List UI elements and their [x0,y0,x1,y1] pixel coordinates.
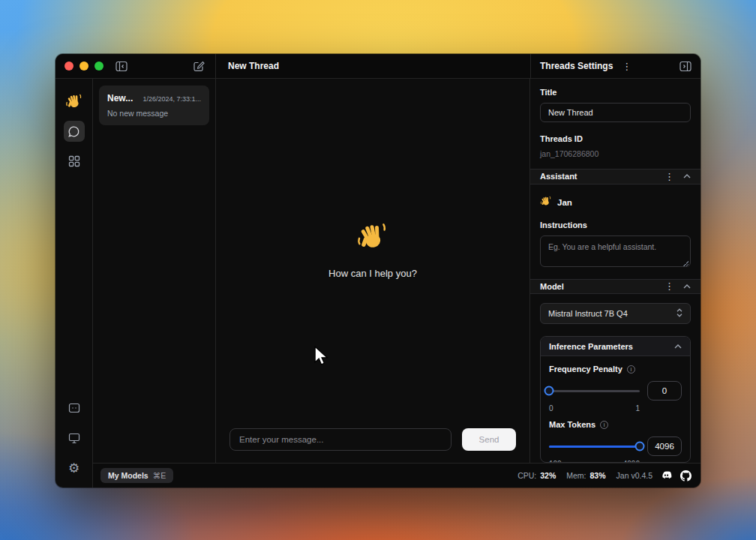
thread-item-timestamp: 1/26/2024, 7:33:1... [142,95,201,103]
titlebar-main: New Thread [215,54,530,78]
thread-settings-panel: Title Threads ID jan_1706286800 Assistan… [530,79,700,463]
message-input[interactable] [230,428,452,451]
model-selected-value: Mistral Instruct 7B Q4 [548,309,628,318]
slider-min-label: 100 [549,460,562,463]
collapse-left-panel-icon[interactable] [116,61,128,72]
app-version: Jan v0.4.5 [616,471,652,480]
chat-main-area: How can I help you? Send [215,79,530,463]
thread-item-preview: No new message [107,109,201,118]
thread-item-title: New... [107,93,133,104]
threads-settings-menu-icon[interactable]: ⋮ [622,62,632,71]
select-chevrons-icon [676,308,682,319]
assistant-identity: Jan [540,195,691,210]
wave-emoji [356,220,389,256]
thread-list: New... 1/26/2024, 7:33:1... No new messa… [93,79,215,463]
assistant-header-label: Assistant [540,172,578,181]
assistants-grid-icon[interactable] [64,151,85,172]
instructions-label: Instructions [540,220,691,230]
textarea-resize-handle[interactable] [683,261,688,266]
max-tokens-param: Max Tokens 4096 [549,420,682,463]
slider-max-label: 4096 [623,460,640,463]
send-button[interactable]: Send [462,428,516,451]
instructions-textarea[interactable] [540,236,691,267]
ribbon-sidebar: ⚙ [56,79,93,488]
title-field-label: Title [540,88,691,97]
status-bar: My Models ⌘E CPU: 32% Mem: 83% Jan v0.4.… [93,463,700,488]
frequency-penalty-slider[interactable] [549,386,640,396]
close-window-button[interactable] [64,62,74,70]
minimize-window-button[interactable] [80,62,88,70]
discord-icon[interactable] [660,471,673,481]
my-models-button[interactable]: My Models ⌘E [100,468,173,483]
frequency-penalty-param: Frequency Penalty 0 [549,364,682,412]
threads-id-label: Threads ID [540,134,691,143]
collapse-right-panel-icon[interactable] [680,61,692,72]
my-models-shortcut: ⌘E [153,471,166,480]
assistant-name: Jan [557,198,572,207]
info-icon[interactable] [600,421,608,429]
threads-settings-title: Threads Settings [540,61,613,71]
model-collapse-chevron-icon[interactable] [683,284,691,289]
threads-id-value: jan_1706286800 [540,149,691,158]
thread-list-item[interactable]: New... 1/26/2024, 7:33:1... No new messa… [99,86,209,125]
frequency-penalty-label: Frequency Penalty [549,364,622,374]
max-tokens-label: Max Tokens [549,420,596,429]
max-tokens-value[interactable]: 4096 [647,436,682,456]
inference-parameters-card: Inference Parameters Frequency Penalty [540,336,691,463]
titlebar-left [56,54,215,78]
jan-app-window: New Thread Threads Settings ⋮ [56,54,700,488]
dots-square-icon[interactable] [64,398,85,418]
titlebar: New Thread Threads Settings ⋮ [56,54,700,79]
frequency-penalty-value[interactable]: 0 [647,381,682,400]
message-input-row: Send [216,419,530,463]
inference-parameters-label: Inference Parameters [549,342,633,351]
slider-thumb[interactable] [544,386,554,396]
empty-thread-greeting: How can I help you? [216,79,530,419]
memory-usage: Mem: 83% [566,471,605,480]
assistant-wave-emoji [540,195,552,210]
assistant-collapse-chevron-icon[interactable] [683,174,691,178]
model-header-label: Model [540,282,564,291]
threads-nav-icon[interactable] [64,121,85,142]
info-icon[interactable] [627,365,635,374]
zoom-window-button[interactable] [94,62,104,70]
max-tokens-slider[interactable] [549,441,640,452]
new-thread-icon[interactable] [193,60,205,72]
slider-max-label: 1 [635,404,640,412]
cpu-usage: CPU: 32% [518,471,556,480]
assistant-menu-icon[interactable]: ⋮ [664,172,674,182]
jan-wave-logo-icon[interactable] [64,91,85,112]
traffic-lights [64,62,104,70]
slider-min-label: 0 [549,404,554,412]
thread-title-input[interactable] [540,103,691,122]
model-menu-icon[interactable]: ⋮ [664,281,674,291]
slider-thumb[interactable] [635,442,645,452]
model-select-dropdown[interactable]: Mistral Instruct 7B Q4 [540,303,691,324]
system-monitor-icon[interactable] [64,428,85,448]
model-section-header[interactable]: Model ⋮ [530,279,700,295]
github-icon[interactable] [680,470,692,482]
main-thread-title: New Thread [228,61,279,71]
inference-parameters-header[interactable]: Inference Parameters [541,337,690,356]
assistant-section-header[interactable]: Assistant ⋮ [530,169,700,184]
titlebar-panel: Threads Settings ⋮ [530,54,700,78]
inference-collapse-chevron-icon[interactable] [674,344,682,349]
settings-gear-icon[interactable]: ⚙ [64,458,85,478]
greeting-text: How can I help you? [328,268,417,279]
